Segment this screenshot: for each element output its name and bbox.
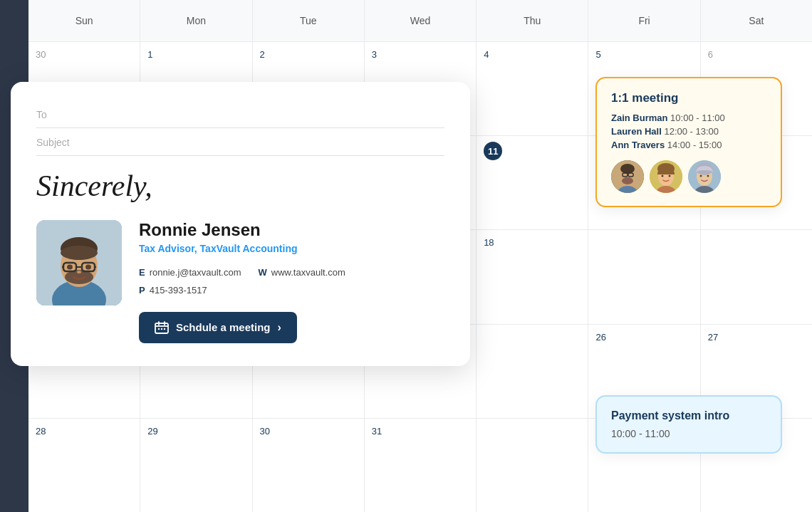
cal-cell-11[interactable]: 11 <box>477 136 588 229</box>
svg-point-35 <box>662 175 664 177</box>
svg-point-30 <box>622 177 633 184</box>
cal-header-sun: Sun <box>28 0 140 41</box>
svg-point-41 <box>700 175 702 177</box>
email-signature-card: To Subject Sincerely, <box>11 82 470 366</box>
calendar-icon <box>155 321 169 334</box>
meeting-card-title: 1:1 meeting <box>611 91 766 105</box>
cal-cell-29[interactable]: 29 <box>140 419 251 512</box>
email-to-field[interactable]: To <box>36 102 444 128</box>
signature-info: Ronnie Jensen Tax Advisor, TaxVault Acco… <box>139 220 444 343</box>
cal-header-tue: Tue <box>253 0 364 41</box>
cal-header-wed: Wed <box>365 0 476 41</box>
cta-arrow: › <box>278 321 281 334</box>
payment-card-time: 10:00 - 11:00 <box>611 428 766 439</box>
schedule-meeting-button[interactable]: Schdule a meeting › <box>139 312 297 343</box>
cal-header-thu: Thu <box>477 0 588 41</box>
meeting-row-1: Lauren Hall 12:00 - 13:00 <box>611 126 766 137</box>
cal-cell-w5-thu[interactable] <box>477 419 588 512</box>
svg-point-25 <box>620 164 635 174</box>
cal-header-sat: Sat <box>701 0 812 41</box>
payment-card: Payment system intro 10:00 - 11:00 <box>595 395 782 454</box>
cal-cell-4[interactable]: 4 <box>477 42 588 135</box>
svg-point-14 <box>77 271 81 273</box>
email-subject-field[interactable]: Subject <box>36 130 444 156</box>
cal-header-mon: Mon <box>140 0 251 41</box>
svg-point-36 <box>669 175 671 177</box>
svg-point-12 <box>67 265 73 270</box>
sig-name: Ronnie Jensen <box>139 220 444 240</box>
signature-avatar <box>36 220 122 305</box>
cal-cell-w3-sat[interactable] <box>701 230 812 323</box>
cal-cell-30[interactable]: 30 <box>253 419 364 512</box>
signature-block: Ronnie Jensen Tax Advisor, TaxVault Acco… <box>36 220 444 343</box>
cal-header-fri: Fri <box>588 0 699 41</box>
cal-cell-18[interactable]: 18 <box>477 230 588 323</box>
sig-contact-email-row: Eronnie.j@taxvault.com Wwww.taxvault.com <box>139 264 444 281</box>
meeting-card: 1:1 meeting Zain Burman 10:00 - 11:00 La… <box>595 77 782 207</box>
cal-cell-w3-fri[interactable] <box>588 230 699 323</box>
sincerely-text: Sincerely, <box>36 169 444 203</box>
meeting-row-2: Ann Travers 14:00 - 15:00 <box>611 140 766 150</box>
svg-point-13 <box>85 265 91 270</box>
cal-cell-31[interactable]: 31 <box>365 419 476 512</box>
cal-cell-w4-thu[interactable] <box>477 325 588 418</box>
svg-point-21 <box>164 328 165 330</box>
meeting-avatar-1 <box>650 160 682 193</box>
sig-contact: Eronnie.j@taxvault.com Wwww.taxvault.com… <box>139 264 444 299</box>
cal-cell-28[interactable]: 28 <box>28 419 140 512</box>
svg-point-20 <box>161 328 162 330</box>
meeting-avatar-0 <box>611 160 644 193</box>
meeting-avatars <box>611 160 766 193</box>
meeting-row-0: Zain Burman 10:00 - 11:00 <box>611 113 766 123</box>
payment-card-title: Payment system intro <box>611 409 766 422</box>
svg-point-42 <box>707 175 709 177</box>
sig-title: Tax Advisor, TaxVault Accounting <box>139 243 444 254</box>
svg-point-5 <box>61 246 98 260</box>
meeting-avatar-2 <box>688 160 721 193</box>
svg-point-19 <box>158 328 160 330</box>
sig-contact-phone-row: P415-393-1517 <box>139 282 444 298</box>
